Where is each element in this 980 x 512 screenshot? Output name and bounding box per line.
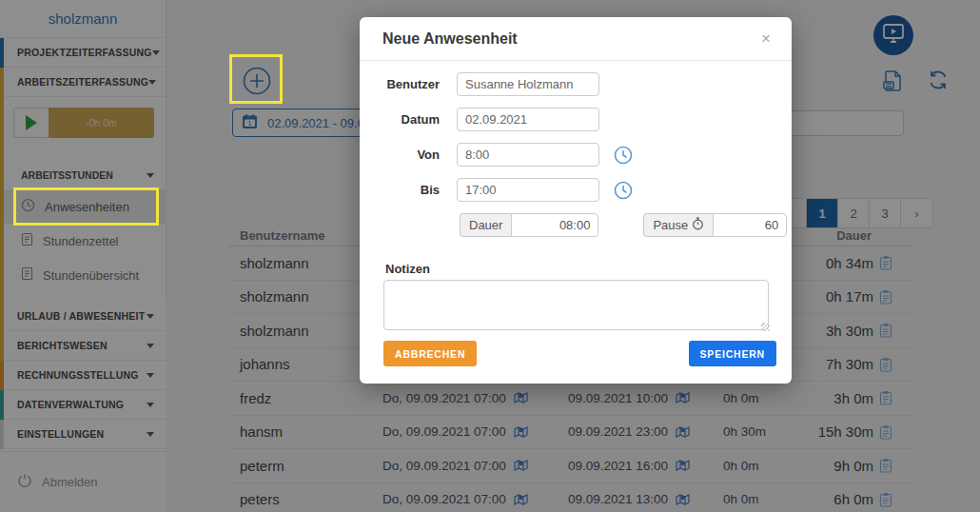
field-row-von: Von — [360, 143, 792, 167]
modal-actions: ABBRECHEN SPEICHERN — [360, 341, 792, 366]
save-button[interactable]: SPEICHERN — [689, 341, 776, 366]
cancel-button[interactable]: ABBRECHEN — [383, 341, 477, 366]
bis-label: Bis — [360, 183, 440, 197]
dauer-group: Dauer — [460, 213, 598, 237]
field-row-dauer-pause: Dauer Pause — [360, 213, 792, 237]
field-row-datum: Datum — [360, 108, 792, 131]
pause-label-text: Pause — [653, 218, 688, 232]
close-icon[interactable]: × — [761, 30, 771, 47]
stopwatch-icon — [692, 217, 704, 233]
clock-icon[interactable] — [614, 181, 633, 200]
field-row-bis: Bis — [360, 178, 792, 202]
notizen-field[interactable] — [383, 280, 769, 330]
benutzer-field[interactable] — [457, 72, 599, 96]
von-label: Von — [360, 148, 440, 162]
resize-handle[interactable] — [761, 323, 770, 331]
pause-label: Pause — [643, 213, 713, 237]
modal-title: Neue Anwesenheit — [382, 30, 518, 48]
modal-header: Neue Anwesenheit × — [360, 17, 792, 61]
dauer-field[interactable] — [511, 213, 598, 237]
notizen-label: Notizen — [385, 262, 792, 276]
datum-label: Datum — [360, 112, 440, 127]
benutzer-label: Benutzer — [360, 77, 440, 91]
von-field[interactable] — [457, 143, 599, 167]
datum-field[interactable] — [457, 108, 599, 131]
bis-field[interactable] — [457, 178, 599, 202]
pause-field[interactable] — [713, 213, 787, 237]
field-row-benutzer: Benutzer — [360, 72, 792, 96]
clock-icon[interactable] — [614, 146, 633, 165]
new-attendance-modal: Neue Anwesenheit × Benutzer Datum Von Bi… — [360, 17, 792, 384]
dauer-label: Dauer — [460, 213, 511, 237]
pause-group: Pause — [643, 213, 787, 237]
